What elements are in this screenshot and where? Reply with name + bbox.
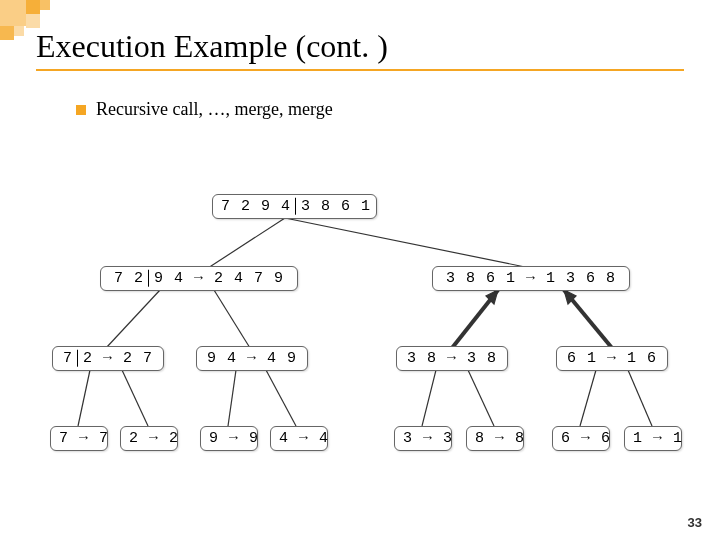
tree-node-l3-4: 3 → 3 xyxy=(394,426,452,451)
tree-node-l2-3: 6 1 → 1 6 xyxy=(556,346,668,371)
tree-node-l3-3: 4 → 4 xyxy=(270,426,328,451)
tree-node-l2-0: 7│2 → 2 7 xyxy=(52,346,164,371)
tree-node-root: 7 2 9 4│3 8 6 1 xyxy=(212,194,377,219)
tree-node-l3-6: 6 → 6 xyxy=(552,426,610,451)
tree-node-l3-2: 9 → 9 xyxy=(200,426,258,451)
merge-tree: 7 2 9 4│3 8 6 1 7 2│9 4 → 2 4 7 9 3 8 6 … xyxy=(0,170,720,500)
tree-node-l3-7: 1 → 1 xyxy=(624,426,682,451)
tree-node-l1-1: 3 8 6 1 → 1 3 6 8 xyxy=(432,266,630,291)
bullet-item: Recursive call, …, merge, merge xyxy=(76,99,684,120)
bullet-icon xyxy=(76,105,86,115)
tree-node-l3-5: 8 → 8 xyxy=(466,426,524,451)
tree-node-l2-1: 9 4 → 4 9 xyxy=(196,346,308,371)
bullet-text: Recursive call, …, merge, merge xyxy=(96,99,333,120)
tree-node-l3-1: 2 → 2 xyxy=(120,426,178,451)
tree-node-l1-0: 7 2│9 4 → 2 4 7 9 xyxy=(100,266,298,291)
slide-title: Execution Example (cont. ) xyxy=(36,28,684,71)
tree-node-l2-2: 3 8 → 3 8 xyxy=(396,346,508,371)
page-number: 33 xyxy=(688,515,702,530)
tree-node-l3-0: 7 → 7 xyxy=(50,426,108,451)
